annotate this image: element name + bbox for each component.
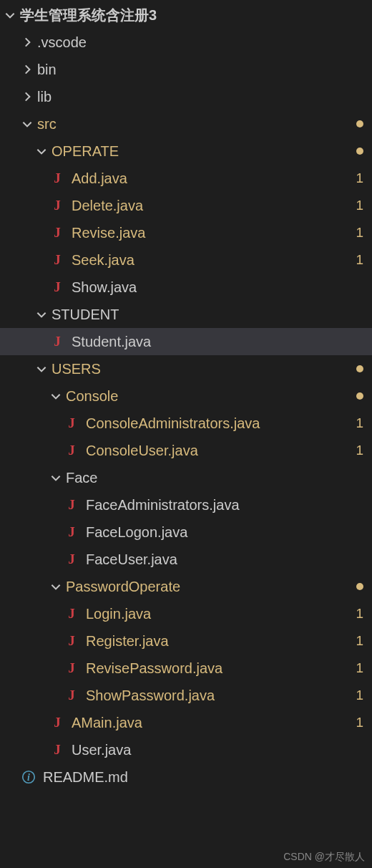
tree-item-label: Register.java (86, 633, 348, 650)
tree-item-label: AMain.java (72, 715, 348, 731)
java-file-icon: J (49, 170, 66, 187)
java-file-icon: J (49, 251, 66, 269)
problems-badge: 1 (353, 225, 363, 241)
tree-folder[interactable]: USERS (0, 355, 372, 382)
tree-item-label: src (37, 116, 351, 132)
java-file-icon: J (49, 333, 66, 350)
tree-file[interactable]: iREADME.md (0, 763, 372, 791)
problems-badge: 1 (353, 633, 363, 649)
tree-file[interactable]: JAdd.java1 (0, 165, 372, 192)
java-file-icon: J (63, 442, 80, 459)
tree-file[interactable]: JFaceAdministrators.java (0, 491, 372, 519)
tree-item-label: FaceUser.java (86, 551, 363, 568)
tree-item-label: .vscode (37, 34, 363, 51)
tree-item-label: lib (37, 89, 363, 105)
tree-item-label: ConsoleUser.java (86, 443, 348, 459)
problems-badge: 1 (353, 606, 363, 622)
problems-badge: 1 (353, 443, 363, 458)
tree-item-label: Console (66, 388, 351, 405)
modified-dot-icon (356, 148, 363, 155)
tree-root[interactable]: 学生管理系统含注册3 (0, 1, 372, 29)
info-file-icon: i (20, 768, 37, 786)
tree-file[interactable]: JLogin.java1 (0, 600, 372, 627)
tree-item-label: FaceLogon.java (86, 524, 363, 541)
tree-item-label: README.md (43, 769, 363, 786)
tree-item-label: Show.java (72, 279, 363, 296)
java-file-icon: J (63, 524, 80, 541)
root-label: 学生管理系统含注册3 (20, 6, 363, 25)
java-file-icon: J (49, 197, 66, 214)
tree-folder[interactable]: OPERATE (0, 138, 372, 165)
watermark: CSDN @才尽散人 (283, 851, 365, 864)
chevron-down-icon (49, 579, 63, 594)
tree-item-label: PasswordOperate (66, 579, 351, 595)
java-file-icon: J (63, 415, 80, 432)
tree-file[interactable]: JRegister.java1 (0, 627, 372, 655)
tree-file[interactable]: JShow.java (0, 274, 372, 301)
tree-item-label: Add.java (72, 170, 348, 187)
chevron-down-icon (3, 8, 17, 22)
java-file-icon: J (49, 279, 66, 296)
tree-file[interactable]: JDelete.java1 (0, 192, 372, 219)
tree-file[interactable]: JFaceUser.java (0, 546, 372, 573)
tree-item-label: ShowPassword.java (86, 688, 348, 704)
modified-dot-icon (356, 365, 363, 372)
problems-badge: 1 (353, 688, 363, 703)
chevron-down-icon (34, 307, 49, 322)
tree-file[interactable]: JUser.java (0, 736, 372, 763)
tree-file[interactable]: JRevisePassword.java1 (0, 655, 372, 682)
problems-badge: 1 (353, 415, 363, 431)
tree-folder[interactable]: Face (0, 464, 372, 491)
java-file-icon: J (63, 496, 80, 513)
tree-item-label: OPERATE (52, 143, 351, 160)
tree-file[interactable]: JRevise.java1 (0, 219, 372, 246)
tree-folder[interactable]: Console (0, 382, 372, 410)
chevron-down-icon (20, 117, 34, 131)
tree-file[interactable]: JSeek.java1 (0, 246, 372, 274)
tree-item-label: USERS (52, 361, 351, 377)
tree-file[interactable]: JFaceLogon.java (0, 519, 372, 546)
java-file-icon: J (49, 741, 66, 758)
tree-folder[interactable]: lib (0, 83, 372, 110)
tree-item-label: STUDENT (52, 307, 363, 323)
chevron-down-icon (34, 362, 49, 376)
problems-badge: 1 (353, 660, 363, 676)
tree-file[interactable]: JConsoleUser.java1 (0, 437, 372, 464)
tree-item-label: Seek.java (72, 252, 348, 269)
modified-dot-icon (356, 583, 363, 590)
chevron-right-icon (20, 62, 34, 77)
problems-badge: 1 (353, 170, 363, 186)
tree-item-label: Student.java (72, 334, 363, 350)
tree-item-label: Face (66, 470, 363, 486)
tree-folder[interactable]: PasswordOperate (0, 573, 372, 600)
chevron-down-icon (49, 389, 63, 403)
tree-item-label: RevisePassword.java (86, 660, 348, 677)
java-file-icon: J (63, 632, 80, 650)
java-file-icon: J (63, 687, 80, 704)
tree-file[interactable]: JConsoleAdministrators.java1 (0, 410, 372, 437)
tree-folder[interactable]: bin (0, 56, 372, 83)
tree-item-label: FaceAdministrators.java (86, 497, 363, 513)
tree-folder[interactable]: .vscode (0, 29, 372, 56)
tree-item-label: Delete.java (72, 198, 348, 214)
modified-dot-icon (356, 120, 363, 127)
tree-file[interactable]: JShowPassword.java1 (0, 682, 372, 709)
java-file-icon: J (49, 714, 66, 731)
tree-folder[interactable]: STUDENT (0, 301, 372, 328)
problems-badge: 1 (353, 252, 363, 268)
java-file-icon: J (63, 551, 80, 568)
tree-folder[interactable]: src (0, 110, 372, 138)
tree-item-label: bin (37, 62, 363, 78)
svg-text:i: i (27, 772, 30, 783)
modified-dot-icon (356, 392, 363, 400)
tree-file[interactable]: JAMain.java1 (0, 709, 372, 736)
java-file-icon: J (63, 660, 80, 677)
tree-item-label: ConsoleAdministrators.java (86, 415, 348, 432)
tree-item-label: Revise.java (72, 225, 348, 241)
problems-badge: 1 (353, 198, 363, 213)
problems-badge: 1 (353, 715, 363, 730)
chevron-down-icon (49, 471, 63, 485)
java-file-icon: J (49, 224, 66, 241)
tree-file[interactable]: JStudent.java (0, 328, 372, 355)
file-explorer-tree: 学生管理系统含注册3 .vscodebinlibsrcOPERATEJAdd.j… (0, 0, 372, 868)
